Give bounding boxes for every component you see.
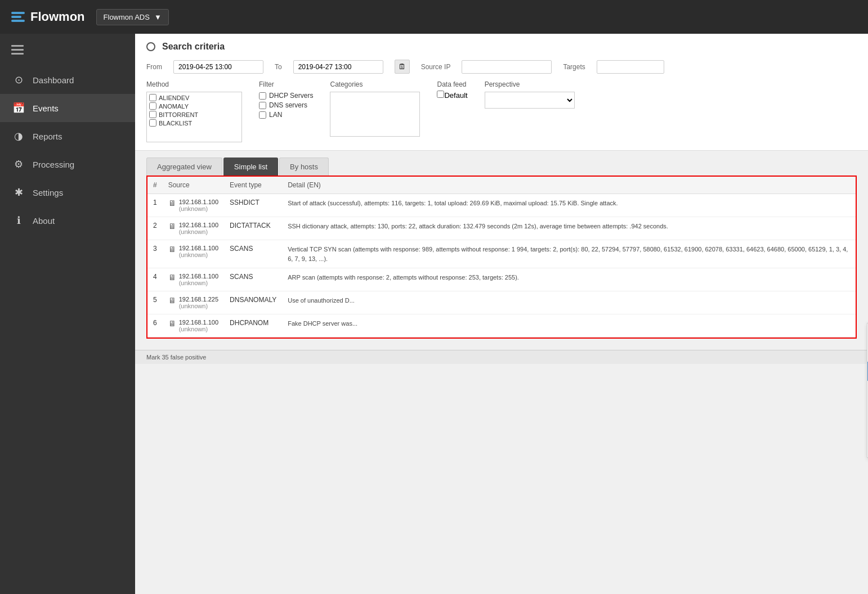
- events-table-container: # Source Event type Detail (EN) 1 🖥 192.…: [146, 176, 857, 339]
- filter-dhcp[interactable]: DHCP Servers: [259, 92, 313, 100]
- sidebar-label-events: Events: [33, 104, 59, 113]
- cell-source: 🖥 192.168.1.100 (unknown): [163, 268, 224, 291]
- sidebar-item-dashboard[interactable]: ⊙ Dashboard: [0, 66, 135, 94]
- cell-source: 🖥 192.168.1.100 (unknown): [163, 240, 224, 268]
- monitor-icon: 🖥: [168, 222, 176, 231]
- events-table: # Source Event type Detail (EN) 1 🖥 192.…: [147, 177, 856, 338]
- from-input[interactable]: [173, 60, 263, 74]
- sidebar-label-dashboard: Dashboard: [33, 75, 74, 85]
- targets-label: Targets: [563, 63, 585, 71]
- filter-lan[interactable]: LAN: [259, 111, 313, 119]
- table-row[interactable]: 2 🖥 192.168.1.100 (unknown) DICTATTACK S…: [147, 217, 856, 240]
- cell-event-type: SSHDICT: [224, 194, 282, 217]
- cell-detail: SSH dictionary attack, attempts: 130, po…: [282, 217, 856, 240]
- perspective-select[interactable]: [485, 92, 575, 109]
- source-ip: 192.168.1.100: [179, 319, 218, 326]
- table-row[interactable]: 6 🖥 192.168.1.100 (unknown) DHCPANOM Fak…: [147, 314, 856, 338]
- source-ip: 192.168.1.225: [179, 296, 218, 303]
- content-area: Search criteria From To 🗓 Source IP Targ…: [135, 34, 868, 594]
- topbar: Flowmon Flowmon ADS ▼: [0, 0, 868, 34]
- cell-event-type: DHCPANOM: [224, 314, 282, 338]
- method-blacklist[interactable]: BLACKLIST: [148, 119, 240, 127]
- search-filters: Method ALIENDEV ANOMALY BITTORRENT BLACK…: [146, 80, 857, 142]
- categories-label: Categories: [330, 80, 420, 88]
- main-layout: ⊙ Dashboard 📅 Events ◑ Reports ⚙ Process…: [0, 34, 868, 594]
- sidebar-item-events[interactable]: 📅 Events: [0, 94, 135, 122]
- table-row[interactable]: 3 🖥 192.168.1.100 (unknown) SCANS Vertic…: [147, 240, 856, 268]
- about-icon: ℹ: [12, 214, 25, 227]
- status-bar: Mark 35 false positive: [135, 350, 868, 364]
- data-feed-label: Data feed: [437, 80, 467, 88]
- method-bittorrent[interactable]: BITTORRENT: [148, 110, 240, 119]
- cell-event-type: DNSANOMALY: [224, 291, 282, 314]
- cell-source: 🖥 192.168.1.100 (unknown): [163, 194, 224, 217]
- app-name: Flowmon: [30, 10, 85, 24]
- cell-num: 2: [147, 217, 163, 240]
- sidebar-label-processing: Processing: [33, 160, 74, 169]
- search-panel: Search criteria From To 🗓 Source IP Targ…: [135, 34, 868, 151]
- method-aliendev[interactable]: ALIENDEV: [148, 93, 240, 102]
- cell-num: 4: [147, 268, 163, 291]
- cell-detail: Vertical TCP SYN scan (attempts with res…: [282, 240, 856, 268]
- cell-event-type: DICTATTACK: [224, 217, 282, 240]
- settings-icon: ✱: [12, 186, 25, 199]
- monitor-icon: 🖥: [168, 245, 176, 254]
- sidebar-item-processing[interactable]: ⚙ Processing: [0, 150, 135, 178]
- source-ip-input[interactable]: [462, 60, 552, 74]
- sidebar-item-about[interactable]: ℹ About: [0, 206, 135, 235]
- hamburger-icon: [11, 45, 24, 55]
- targets-input[interactable]: [597, 60, 664, 74]
- table-row[interactable]: 4 🖥 192.168.1.100 (unknown) SCANS ARP sc…: [147, 268, 856, 291]
- app-selector[interactable]: Flowmon ADS ▼: [96, 9, 169, 25]
- search-date-row: From To 🗓 Source IP Targets: [146, 60, 857, 74]
- source-sub: (unknown): [179, 303, 218, 309]
- cell-detail: Use of unauthorized D...: [282, 291, 856, 314]
- perspective-group: Perspective: [485, 80, 575, 109]
- reports-icon: ◑: [12, 130, 25, 142]
- sidebar-toggle[interactable]: [0, 39, 135, 60]
- source-ip: 192.168.1.100: [179, 273, 218, 280]
- search-criteria-title: Search criteria: [146, 42, 857, 52]
- method-listbox[interactable]: ALIENDEV ANOMALY BITTORRENT BLACKLIST: [146, 92, 242, 142]
- dashboard-icon: ⊙: [12, 74, 25, 86]
- sidebar-item-settings[interactable]: ✱ Settings: [0, 178, 135, 206]
- col-source: Source: [163, 177, 224, 194]
- to-label: To: [275, 63, 282, 71]
- cell-detail: ARP scan (attempts with response: 2, att…: [282, 268, 856, 291]
- app-logo: Flowmon: [11, 10, 85, 24]
- table-header: # Source Event type Detail (EN): [147, 177, 856, 194]
- col-event-type: Event type: [224, 177, 282, 194]
- method-label: Method: [146, 80, 242, 88]
- cell-detail: Start of attack (successful), attempts: …: [282, 194, 856, 217]
- sidebar-item-reports[interactable]: ◑ Reports: [0, 122, 135, 150]
- table-body: 1 🖥 192.168.1.100 (unknown) SSHDICT Star…: [147, 194, 856, 338]
- cell-source: 🖥 192.168.1.225 (unknown): [163, 291, 224, 314]
- table-row[interactable]: 1 🖥 192.168.1.100 (unknown) SSHDICT Star…: [147, 194, 856, 217]
- source-sub: (unknown): [179, 228, 218, 235]
- col-detail: Detail (EN): [282, 177, 856, 194]
- source-ip: 192.168.1.100: [179, 199, 218, 205]
- source-ip: 192.168.1.100: [179, 245, 218, 251]
- tab-simple-list[interactable]: Simple list: [223, 158, 278, 176]
- calendar-icon[interactable]: 🗓: [395, 60, 410, 74]
- tab-by-hosts[interactable]: By hosts: [279, 158, 329, 176]
- method-anomaly[interactable]: ANOMALY: [148, 102, 240, 110]
- source-sub: (unknown): [179, 205, 218, 212]
- method-group: Method ALIENDEV ANOMALY BITTORRENT BLACK…: [146, 80, 242, 142]
- tab-aggregated[interactable]: Aggregated view: [146, 158, 222, 176]
- cell-source: 🖥 192.168.1.100 (unknown): [163, 314, 224, 338]
- cell-num: 3: [147, 240, 163, 268]
- filter-label: Filter: [259, 80, 313, 88]
- cell-source: 🖥 192.168.1.100 (unknown): [163, 217, 224, 240]
- search-magnifier-icon: [146, 42, 155, 51]
- data-feed-default[interactable]: Default: [437, 91, 467, 100]
- cell-detail: Fake DHCP server was...: [282, 314, 856, 338]
- source-sub: (unknown): [179, 326, 218, 332]
- source-ip: 192.168.1.100: [179, 222, 218, 228]
- filter-dns[interactable]: DNS servers: [259, 101, 313, 109]
- table-row[interactable]: 5 🖥 192.168.1.225 (unknown) DNSANOMALY U…: [147, 291, 856, 314]
- to-input[interactable]: [293, 60, 383, 74]
- cell-event-type: SCANS: [224, 268, 282, 291]
- monitor-icon: 🖥: [168, 296, 176, 305]
- categories-listbox[interactable]: [330, 92, 420, 137]
